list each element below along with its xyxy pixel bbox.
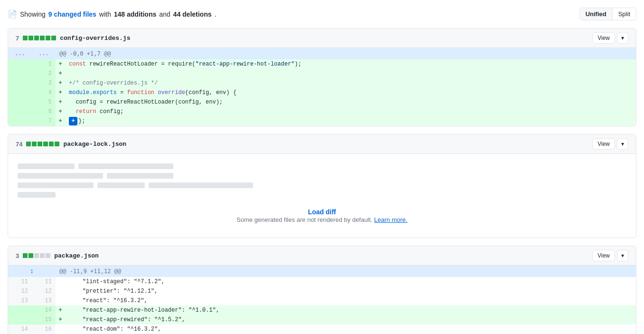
line-marker: + — [56, 116, 65, 126]
line-num-old: 12 — [8, 286, 32, 296]
file-diff-header-right: View ▾ — [592, 138, 628, 150]
diff-line: 14 + "react-app-rewire-hot-loader": "^1.… — [8, 305, 636, 315]
skeleton-lines — [18, 163, 626, 198]
hunk-header-row: ... ... @@ -0,0 +1,7 @@ — [8, 48, 636, 59]
stat-block — [46, 36, 50, 40]
unified-button[interactable]: Unified — [579, 8, 613, 20]
line-num-new: 4 — [32, 88, 56, 97]
line-num-old — [8, 88, 32, 97]
line-num-new: 12 — [32, 286, 56, 296]
line-num-old: 14 — [8, 324, 32, 334]
line-num-new: 14 — [32, 305, 56, 315]
line-num-new: 7 — [32, 116, 56, 126]
diff-line: 14 16 "react-dom": "^16.3.2", — [8, 324, 636, 334]
diff-header: 📄 Showing 9 changed files with 148 addit… — [8, 8, 636, 20]
learn-more-link[interactable]: Learn more. — [374, 216, 407, 223]
line-marker: + — [56, 88, 65, 97]
diff-line: 3 + +/* config-overrides.js */ — [8, 78, 636, 88]
line-code: "lint-staged": "^7.1.2", — [65, 277, 636, 286]
line-code: "react-dom": "^16.3.2", — [65, 324, 636, 334]
stat-block — [55, 142, 59, 146]
file-name: package-lock.json — [63, 141, 126, 148]
file-diff-header: 74 package-lock.json View ▾ — [8, 134, 636, 154]
stat-block — [40, 253, 45, 258]
file-diff-package-json: 3 package.json View ▾ ↕ — [8, 246, 636, 334]
view-button[interactable]: View — [592, 138, 615, 150]
load-diff-link[interactable]: Load diff — [308, 208, 336, 216]
stat-blocks — [23, 253, 50, 258]
stat-block — [51, 36, 56, 40]
line-num-new: 2 — [32, 69, 56, 78]
skeleton-block — [18, 182, 94, 188]
line-code: +/* config-overrides.js */ — [65, 78, 636, 88]
line-num-new: 11 — [32, 277, 56, 286]
file-diff-header: 7 config-overrides.js View ▾ — [8, 29, 636, 48]
line-num-old — [8, 78, 32, 88]
stat-block — [49, 142, 54, 146]
line-marker: + — [56, 305, 65, 315]
diff-line: 13 13 "react": "^16.3.2", — [8, 296, 636, 305]
line-code: config = rewireReactHotLoader(config, en… — [65, 97, 636, 107]
view-button[interactable]: View — [592, 32, 615, 44]
expand-icon-cell[interactable]: ↕ — [8, 266, 56, 277]
skeleton-block — [149, 182, 253, 188]
line-marker: + — [56, 315, 65, 324]
with-text: with — [99, 10, 111, 18]
dots-right: ... — [32, 48, 56, 59]
line-marker: + — [56, 59, 65, 69]
skeleton-block — [78, 163, 173, 169]
collapse-button[interactable]: ▾ — [617, 138, 628, 150]
line-marker — [56, 286, 65, 296]
diff-line: 4 + module.exports = function override(c… — [8, 88, 636, 97]
hunk-header-content: @@ -0,0 +1,7 @@ — [56, 48, 636, 59]
file-diff-header-right: View ▾ — [592, 250, 628, 261]
file-diff-header-left: 3 package.json — [16, 252, 99, 259]
file-name: config-overrides.js — [60, 35, 130, 42]
file-number: 74 — [16, 141, 22, 148]
skeleton-block — [107, 173, 173, 179]
line-code: "react-app-rewire-hot-loader": "^1.0.1", — [65, 305, 636, 315]
line-num-old: 11 — [8, 277, 32, 286]
stat-block — [34, 36, 39, 40]
diff-summary: 📄 Showing 9 changed files with 148 addit… — [8, 10, 216, 19]
stat-block — [38, 142, 42, 146]
view-toggle-group: Unified Split — [579, 8, 636, 20]
stat-blocks — [26, 142, 59, 146]
changed-files-link[interactable]: 9 changed files — [48, 10, 96, 18]
line-code: return config; — [65, 107, 636, 116]
expand-row: ↕ @@ -11,9 +11,12 @@ — [8, 266, 636, 277]
line-num-old — [8, 116, 32, 126]
stat-block — [46, 253, 50, 258]
diff-table: ... ... @@ -0,0 +1,7 @@ 1 + const rewire… — [8, 48, 636, 126]
skeleton-row — [18, 173, 626, 179]
skeleton-block — [18, 173, 103, 179]
file-number: 7 — [16, 35, 19, 42]
stat-block — [23, 36, 28, 40]
line-code: module.exports = function override(confi… — [65, 88, 636, 97]
line-marker — [56, 324, 65, 334]
diff-line: 11 11 "lint-staged": "^7.1.2", — [8, 277, 636, 286]
stat-block — [32, 142, 37, 146]
load-diff-container: Load diff Some generated files are not r… — [8, 154, 636, 238]
line-marker — [56, 296, 65, 305]
line-num-new: 15 — [32, 315, 56, 324]
period: . — [215, 10, 217, 18]
collapse-button[interactable]: ▾ — [617, 250, 628, 261]
comment-button[interactable]: + — [69, 117, 77, 125]
line-num-new: 6 — [32, 107, 56, 116]
line-num-new: 1 — [32, 59, 56, 69]
diff-table: ↕ @@ -11,9 +11,12 @@ 11 11 "lint-staged"… — [8, 266, 636, 334]
skeleton-block — [18, 192, 56, 198]
line-num-new: 16 — [32, 324, 56, 334]
file-diff-header-left: 7 config-overrides.js — [16, 35, 130, 42]
view-button[interactable]: View — [592, 250, 615, 261]
line-num-new: 3 — [32, 78, 56, 88]
load-diff-center: Load diff Some generated files are not r… — [18, 203, 626, 228]
line-marker — [56, 277, 65, 286]
collapse-button[interactable]: ▾ — [617, 32, 628, 44]
line-marker: + — [56, 69, 65, 78]
stat-block — [34, 253, 39, 258]
line-marker: + — [56, 97, 65, 107]
stat-block — [26, 142, 31, 146]
split-button[interactable]: Split — [613, 8, 636, 20]
